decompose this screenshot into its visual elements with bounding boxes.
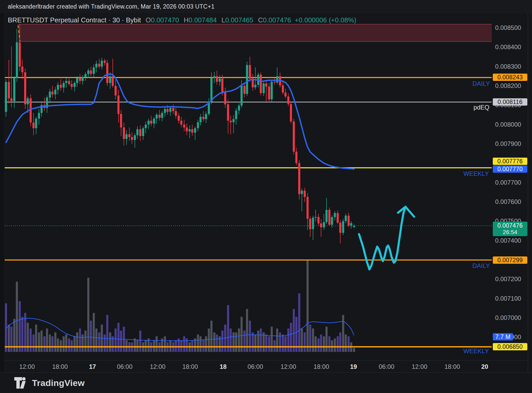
candle-body	[183, 125, 185, 127]
candle-body	[98, 64, 100, 67]
candle-body	[290, 104, 292, 121]
volume-bar	[27, 323, 29, 352]
price-badge: 0.00747626:54	[493, 222, 527, 236]
ohlc-key: L	[221, 16, 225, 24]
volume-bar	[117, 323, 119, 352]
candle-body	[104, 61, 106, 63]
time-tick-label: 18:00	[52, 363, 68, 370]
price-tick-label: 0.007100	[495, 295, 521, 302]
volume-bar	[271, 327, 273, 352]
time-tick-label: 20	[481, 363, 488, 370]
candle-body	[325, 210, 328, 222]
candle-body	[156, 115, 158, 119]
volume-bar	[345, 334, 347, 352]
time-axis-border	[5, 360, 528, 360]
volume-bar	[290, 323, 292, 352]
ohlc-value: 0.007476	[263, 16, 291, 24]
volume-bar	[46, 328, 48, 352]
candle-body	[194, 128, 196, 132]
candle-body	[123, 127, 125, 139]
volume-bar	[227, 305, 229, 352]
candle-body	[309, 219, 311, 229]
level-line-daily-low[interactable]	[5, 260, 492, 261]
price-badge: 0.006850	[493, 343, 527, 350]
volume-bar	[301, 328, 303, 352]
candle-body	[180, 121, 182, 125]
level-line-weekly-level[interactable]	[5, 167, 492, 168]
price-tick-label: 0.008300	[495, 63, 521, 70]
volume-bar	[104, 334, 106, 352]
volume-bar	[298, 293, 300, 352]
volume-bar	[71, 340, 73, 352]
candle-body	[148, 121, 150, 125]
hand-drawn-arrowhead[interactable]	[398, 207, 414, 217]
candle-body	[307, 197, 309, 219]
volume-bar	[191, 340, 193, 352]
volume-series[interactable]	[5, 260, 355, 352]
candle-body	[164, 109, 166, 113]
price-badge: 0.007770	[493, 165, 527, 173]
candle-body	[191, 129, 193, 133]
tradingview-logo[interactable]: TradingView	[14, 377, 85, 389]
candle-body	[304, 191, 306, 197]
candle-body	[260, 75, 262, 93]
volume-bar	[282, 334, 284, 352]
candle-body	[13, 78, 15, 101]
volume-bar	[136, 340, 138, 352]
candle-body	[21, 67, 23, 72]
candle-body	[328, 210, 330, 224]
level-line-weekly-low[interactable]	[5, 346, 492, 347]
candle-body	[202, 117, 204, 119]
chart-canvas[interactable]	[0, 0, 532, 393]
volume-bar	[246, 309, 248, 352]
candle-body	[213, 76, 215, 78]
candle-body	[109, 76, 111, 83]
candle-body	[74, 83, 76, 87]
candle-body	[293, 121, 295, 152]
volume-bar	[205, 336, 207, 352]
volume-bar	[328, 336, 330, 352]
candle-body	[19, 42, 21, 67]
time-tick-label: 06:00	[117, 363, 132, 370]
candle-wick	[233, 115, 234, 133]
ohlc-key: H	[184, 16, 189, 24]
candle-body	[79, 78, 81, 81]
time-tick-label: 18:00	[182, 363, 198, 370]
volume-bar	[339, 332, 341, 352]
volume-bar	[337, 336, 339, 352]
price-tick-label: 0.007900	[495, 140, 521, 147]
candle-body	[287, 96, 289, 104]
candle-body	[93, 67, 95, 74]
candle-body	[169, 108, 171, 112]
candle-body	[221, 79, 223, 92]
ohlc-key: C	[258, 16, 263, 24]
candle-body	[153, 119, 155, 124]
volume-bar	[35, 325, 37, 352]
candle-body	[350, 223, 352, 226]
candle-body	[24, 72, 26, 104]
level-line-pdEQ[interactable]	[5, 102, 492, 102]
candle-body	[161, 113, 163, 118]
volume-bar	[87, 278, 89, 352]
supply-zone-bottom-edge	[18, 41, 492, 42]
candle-body	[82, 77, 84, 81]
ohlc-value: 0.007465	[225, 16, 253, 24]
symbol-legend[interactable]: BRETTUSDT Perpetual Contract · 30 · Bybi…	[8, 16, 356, 24]
tradingview-logo-icon	[14, 377, 28, 389]
candle-body	[265, 83, 267, 87]
symbol-title[interactable]: BRETTUSDT Perpetual Contract · 30 · Bybi…	[8, 16, 141, 24]
candle-body	[131, 137, 133, 140]
candle-wick	[203, 111, 204, 122]
volume-bar	[200, 336, 202, 352]
candle-wick	[230, 116, 231, 134]
candle-wick	[274, 78, 275, 85]
candlestick-series[interactable]	[5, 24, 355, 243]
supply-zone[interactable]	[18, 24, 492, 42]
candle-body	[210, 78, 212, 102]
candle-wick	[189, 125, 190, 138]
candle-body	[205, 114, 207, 119]
ohlc-value: 0.007470	[151, 16, 179, 24]
level-label-daily: DAILY	[472, 262, 490, 269]
price-tick-label: 0.007700	[495, 179, 521, 186]
level-line-daily-high[interactable]	[5, 77, 492, 78]
